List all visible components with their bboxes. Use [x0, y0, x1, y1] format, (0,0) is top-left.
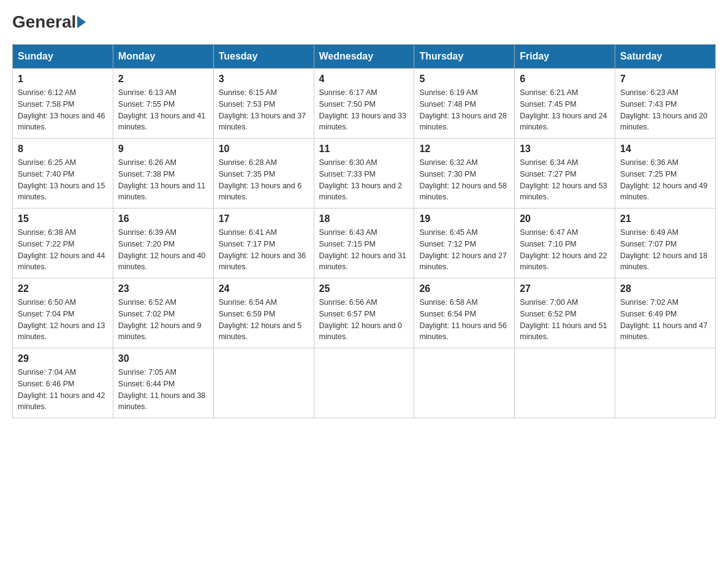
day-info: Sunrise: 7:02 AM Sunset: 6:49 PM Dayligh…	[620, 297, 710, 343]
logo-arrow-icon	[77, 16, 86, 28]
day-info: Sunrise: 6:34 AM Sunset: 7:27 PM Dayligh…	[520, 157, 610, 203]
week-row-1: 1 Sunrise: 6:12 AM Sunset: 7:58 PM Dayli…	[13, 69, 716, 139]
day-number: 7	[620, 74, 710, 85]
day-info: Sunrise: 6:56 AM Sunset: 6:57 PM Dayligh…	[319, 297, 409, 343]
day-number: 5	[419, 74, 509, 85]
day-info: Sunrise: 6:50 AM Sunset: 7:04 PM Dayligh…	[18, 297, 108, 343]
calendar-cell: 15 Sunrise: 6:38 AM Sunset: 7:22 PM Dayl…	[13, 209, 113, 278]
header-row: SundayMondayTuesdayWednesdayThursdayFrid…	[13, 45, 716, 69]
calendar-cell: 23 Sunrise: 6:52 AM Sunset: 7:02 PM Dayl…	[113, 278, 213, 348]
day-info: Sunrise: 6:54 AM Sunset: 6:59 PM Dayligh…	[219, 297, 309, 343]
day-number: 21	[620, 213, 710, 224]
calendar-table: SundayMondayTuesdayWednesdayThursdayFrid…	[12, 44, 716, 418]
header-day-sunday: Sunday	[13, 45, 113, 69]
day-number: 18	[319, 213, 409, 224]
calendar-cell: 10 Sunrise: 6:28 AM Sunset: 7:35 PM Dayl…	[213, 139, 314, 209]
day-info: Sunrise: 6:28 AM Sunset: 7:35 PM Dayligh…	[219, 157, 309, 203]
day-info: Sunrise: 6:43 AM Sunset: 7:15 PM Dayligh…	[319, 227, 409, 273]
calendar-cell: 20 Sunrise: 6:47 AM Sunset: 7:10 PM Dayl…	[515, 209, 615, 278]
day-info: Sunrise: 6:36 AM Sunset: 7:25 PM Dayligh…	[620, 157, 710, 203]
calendar-cell: 6 Sunrise: 6:21 AM Sunset: 7:45 PM Dayli…	[515, 69, 615, 139]
calendar-cell: 17 Sunrise: 6:41 AM Sunset: 7:17 PM Dayl…	[213, 209, 314, 278]
logo: General	[12, 12, 87, 32]
day-number: 26	[419, 283, 509, 294]
day-number: 11	[319, 144, 409, 155]
day-number: 24	[219, 283, 309, 294]
day-info: Sunrise: 6:38 AM Sunset: 7:22 PM Dayligh…	[18, 227, 108, 273]
day-info: Sunrise: 6:13 AM Sunset: 7:55 PM Dayligh…	[118, 87, 208, 133]
day-number: 29	[18, 353, 108, 364]
header-day-friday: Friday	[515, 45, 615, 69]
calendar-cell: 19 Sunrise: 6:45 AM Sunset: 7:12 PM Dayl…	[414, 209, 515, 278]
day-number: 30	[118, 353, 208, 364]
calendar-cell: 13 Sunrise: 6:34 AM Sunset: 7:27 PM Dayl…	[515, 139, 615, 209]
day-number: 27	[520, 283, 610, 294]
day-number: 1	[18, 74, 108, 85]
day-number: 19	[419, 213, 509, 224]
day-number: 25	[319, 283, 409, 294]
day-number: 12	[419, 144, 509, 155]
header-day-wednesday: Wednesday	[314, 45, 414, 69]
day-info: Sunrise: 7:05 AM Sunset: 6:44 PM Dayligh…	[118, 367, 208, 413]
calendar-cell: 26 Sunrise: 6:58 AM Sunset: 6:54 PM Dayl…	[414, 278, 515, 348]
calendar-cell: 7 Sunrise: 6:23 AM Sunset: 7:43 PM Dayli…	[615, 69, 716, 139]
calendar-header: SundayMondayTuesdayWednesdayThursdayFrid…	[13, 45, 716, 69]
calendar-cell	[414, 348, 515, 418]
day-number: 4	[319, 74, 409, 85]
header-day-tuesday: Tuesday	[213, 45, 314, 69]
calendar-cell: 1 Sunrise: 6:12 AM Sunset: 7:58 PM Dayli…	[13, 69, 113, 139]
calendar-cell: 12 Sunrise: 6:32 AM Sunset: 7:30 PM Dayl…	[414, 139, 515, 209]
logo-general-text: General	[12, 12, 76, 32]
day-info: Sunrise: 6:52 AM Sunset: 7:02 PM Dayligh…	[118, 297, 208, 343]
day-number: 15	[18, 213, 108, 224]
week-row-5: 29 Sunrise: 7:04 AM Sunset: 6:46 PM Dayl…	[13, 348, 716, 418]
calendar-cell: 14 Sunrise: 6:36 AM Sunset: 7:25 PM Dayl…	[615, 139, 716, 209]
calendar-cell: 27 Sunrise: 7:00 AM Sunset: 6:52 PM Dayl…	[515, 278, 615, 348]
day-number: 6	[520, 74, 610, 85]
day-info: Sunrise: 6:30 AM Sunset: 7:33 PM Dayligh…	[319, 157, 409, 203]
day-number: 8	[18, 144, 108, 155]
day-number: 14	[620, 144, 710, 155]
calendar-cell: 4 Sunrise: 6:17 AM Sunset: 7:50 PM Dayli…	[314, 69, 414, 139]
calendar-cell: 25 Sunrise: 6:56 AM Sunset: 6:57 PM Dayl…	[314, 278, 414, 348]
day-info: Sunrise: 6:47 AM Sunset: 7:10 PM Dayligh…	[520, 227, 610, 273]
calendar-cell: 5 Sunrise: 6:19 AM Sunset: 7:48 PM Dayli…	[414, 69, 515, 139]
calendar-cell: 24 Sunrise: 6:54 AM Sunset: 6:59 PM Dayl…	[213, 278, 314, 348]
calendar-cell	[213, 348, 314, 418]
calendar-cell	[314, 348, 414, 418]
day-number: 22	[18, 283, 108, 294]
calendar-cell: 11 Sunrise: 6:30 AM Sunset: 7:33 PM Dayl…	[314, 139, 414, 209]
week-row-3: 15 Sunrise: 6:38 AM Sunset: 7:22 PM Dayl…	[13, 209, 716, 278]
day-info: Sunrise: 6:41 AM Sunset: 7:17 PM Dayligh…	[219, 227, 309, 273]
day-number: 2	[118, 74, 208, 85]
calendar-cell: 29 Sunrise: 7:04 AM Sunset: 6:46 PM Dayl…	[13, 348, 113, 418]
day-number: 16	[118, 213, 208, 224]
day-number: 10	[219, 144, 309, 155]
day-info: Sunrise: 6:45 AM Sunset: 7:12 PM Dayligh…	[419, 227, 509, 273]
calendar-cell: 3 Sunrise: 6:15 AM Sunset: 7:53 PM Dayli…	[213, 69, 314, 139]
header-day-thursday: Thursday	[414, 45, 515, 69]
calendar-cell: 2 Sunrise: 6:13 AM Sunset: 7:55 PM Dayli…	[113, 69, 213, 139]
day-number: 28	[620, 283, 710, 294]
day-info: Sunrise: 6:21 AM Sunset: 7:45 PM Dayligh…	[520, 87, 610, 133]
day-info: Sunrise: 6:17 AM Sunset: 7:50 PM Dayligh…	[319, 87, 409, 133]
day-info: Sunrise: 6:15 AM Sunset: 7:53 PM Dayligh…	[219, 87, 309, 133]
day-info: Sunrise: 6:25 AM Sunset: 7:40 PM Dayligh…	[18, 157, 108, 203]
day-info: Sunrise: 6:32 AM Sunset: 7:30 PM Dayligh…	[419, 157, 509, 203]
day-number: 23	[118, 283, 208, 294]
day-number: 13	[520, 144, 610, 155]
day-info: Sunrise: 6:23 AM Sunset: 7:43 PM Dayligh…	[620, 87, 710, 133]
page-header: General	[12, 12, 716, 32]
day-number: 3	[219, 74, 309, 85]
day-info: Sunrise: 6:39 AM Sunset: 7:20 PM Dayligh…	[118, 227, 208, 273]
week-row-4: 22 Sunrise: 6:50 AM Sunset: 7:04 PM Dayl…	[13, 278, 716, 348]
day-info: Sunrise: 6:12 AM Sunset: 7:58 PM Dayligh…	[18, 87, 108, 133]
day-info: Sunrise: 6:26 AM Sunset: 7:38 PM Dayligh…	[118, 157, 208, 203]
week-row-2: 8 Sunrise: 6:25 AM Sunset: 7:40 PM Dayli…	[13, 139, 716, 209]
day-info: Sunrise: 6:19 AM Sunset: 7:48 PM Dayligh…	[419, 87, 509, 133]
calendar-cell: 28 Sunrise: 7:02 AM Sunset: 6:49 PM Dayl…	[615, 278, 716, 348]
calendar-cell	[615, 348, 716, 418]
day-info: Sunrise: 6:58 AM Sunset: 6:54 PM Dayligh…	[419, 297, 509, 343]
day-info: Sunrise: 7:00 AM Sunset: 6:52 PM Dayligh…	[520, 297, 610, 343]
calendar-body: 1 Sunrise: 6:12 AM Sunset: 7:58 PM Dayli…	[13, 69, 716, 418]
